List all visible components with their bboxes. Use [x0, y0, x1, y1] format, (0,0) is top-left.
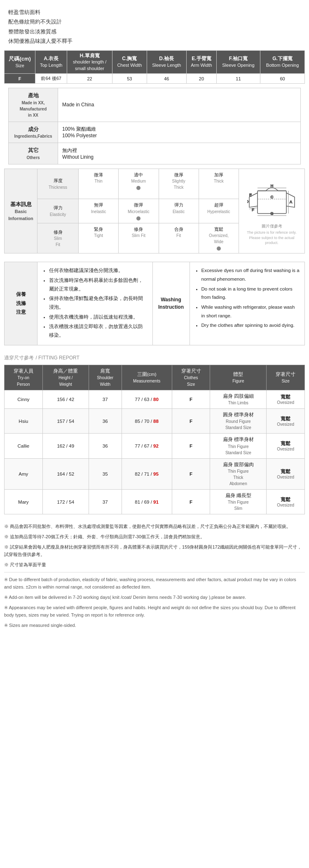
row-size: 寬鬆 Ovesized	[267, 434, 305, 458]
row-measurements: 77 / 67 / 92	[122, 434, 172, 458]
notes-section: ※ 商品會因不同批製作、布料彈性、水洗處理或測量監等因素，使顏色尺寸與實際商品略…	[0, 518, 309, 636]
row-measurements: 77 / 63 / 80	[122, 390, 172, 408]
row-shoulder: 37	[89, 489, 122, 514]
col-measurements: 三圍(cm)Measurements	[122, 365, 172, 390]
row-clothes-size: F	[172, 390, 210, 408]
row-shoulder: 36	[89, 409, 122, 434]
fitting-section: 適穿尺寸參考 / FITTING REPORT 穿著人員Try-onPerson…	[0, 350, 309, 519]
basic-info-section: 基本訊息 BasicInformation 厚度 Thickness 微薄Thi…	[0, 164, 309, 258]
note-en4: ※ Sizes are measured single-sided.	[4, 622, 305, 629]
others-value: 無內裡 Without Lining	[58, 143, 301, 164]
col-size: 穿著尺寸Size	[267, 365, 305, 390]
image-caption: 圖片僅參考	[262, 223, 282, 229]
elasticity-hyperelastic: 超彈Hyperelastic	[199, 199, 239, 223]
size-table-section: 尺碼(cm) Size A.衣長 Top Length H.單肩寬 should…	[0, 50, 309, 84]
thickness-options: 微薄Thin 適中Medium 微厚SlightlyThick 加厚Thick	[79, 169, 239, 199]
fit-slim-fit: 修身Slim Fit	[119, 223, 159, 253]
origin-label: 產地 Made in XX,Manufacturedin XX	[9, 88, 58, 122]
col-hw: 身高／體重Height /Weight	[42, 365, 89, 390]
fit-oversized: 寬鬆Oversized,Wide	[199, 223, 239, 253]
col-person: 穿著人員Try-onPerson	[5, 365, 43, 390]
note-en3: ※ Appearances may be varied with differe…	[4, 604, 305, 619]
col-clothes-size: 穿著尺寸ClothesSize	[172, 365, 210, 390]
size-A: 前64 後67	[35, 74, 67, 84]
others-label: 其它 Others	[9, 143, 58, 164]
row-size: 寬鬆 Ovesized	[267, 489, 305, 514]
col-figure: 體型Figure	[210, 365, 267, 390]
row-hw: 157 / 54	[42, 409, 89, 434]
elasticity-inelastic: 無彈Inelastic	[79, 199, 119, 223]
fitting-title: 適穿尺寸參考 / FITTING REPORT	[4, 354, 305, 361]
thickness-thin: 微薄Thin	[79, 169, 119, 199]
fit-tight: 緊身Tight	[79, 223, 119, 253]
col-shoulder: 肩寬ShoulderWidth	[89, 365, 122, 390]
size-D: 46	[147, 74, 186, 84]
row-clothes-size: F	[172, 458, 210, 489]
row-shoulder: 36	[89, 434, 122, 458]
elasticity-label: 彈力 Elasticity	[37, 199, 79, 223]
elasticity-options: 無彈Inelastic 微彈Microelastic 彈力Elastic 超彈H…	[79, 199, 239, 223]
row-person: Callie	[5, 434, 43, 458]
product-info-section: 產地 Made in XX,Manufacturedin XX Made in …	[0, 88, 309, 164]
row-hw: 162 / 49	[42, 434, 89, 458]
fitting-table: 穿著人員Try-onPerson 身高／體重Height /Weight 肩寬S…	[4, 365, 305, 515]
fit-label: 修身 SlimFit	[37, 223, 79, 253]
row-person: Cinny	[5, 390, 43, 408]
thickness-row: 厚度 Thickness 微薄Thin 適中Medium 微厚SlightlyT…	[37, 169, 239, 199]
garment-svg: H A C G D E F	[247, 176, 297, 222]
row-clothes-size: F	[172, 409, 210, 434]
washing-main-label: 保養 洗滌 注意	[5, 262, 37, 345]
washing-right-instructions: Excessive dyes run off during first wash…	[190, 262, 305, 345]
row-hw: 164 / 52	[42, 458, 89, 489]
svg-text:C: C	[270, 195, 273, 199]
basic-info-content: 厚度 Thickness 微薄Thin 適中Medium 微厚SlightlyT…	[37, 169, 239, 253]
washing-section: 保養 洗滌 注意 任何衣物都建議深淺色分開洗滌。 首次洗滌時深色布料易暴於出多餘…	[0, 258, 309, 350]
wash-instr-en-1: Excessive dyes run off during first wash…	[201, 266, 300, 283]
image-note: The picture is for refence only. Please …	[243, 230, 300, 246]
garment-image: H A C G D E F	[239, 169, 304, 253]
fitting-row: Cinny 156 / 42 37 77 / 63 / 80 F 扁身 四肢偏細…	[5, 390, 305, 408]
fit-options: 緊身Tight 修身Slim Fit 合身Fit 寬鬆Oversized,Wid…	[79, 223, 239, 253]
basic-info-label: 基本訊息 BasicInformation	[5, 169, 37, 253]
row-hw: 172 / 54	[42, 489, 89, 514]
size-G: 60	[260, 74, 305, 84]
note-zh4: ※ 尺寸皆為單面平量	[4, 561, 305, 569]
product-info-table: 產地 Made in XX,Manufacturedin XX Made in …	[8, 88, 301, 164]
size-E: 20	[187, 74, 217, 84]
washing-instruction-label: Washing Instruction	[153, 262, 190, 345]
row-measurements: 81 / 69 / 91	[122, 489, 172, 514]
note-en1: ※ Due to different batch of production, …	[4, 576, 305, 591]
desc-line2: 配色條紋簡約不失設計	[8, 17, 301, 26]
elasticity-elastic: 彈力Elastic	[159, 199, 199, 223]
row-shoulder: 37	[89, 390, 122, 408]
washing-left-instructions: 任何衣物都建議深淺色分開洗滌。 首次洗滌時深色布料易暴於出多餘固色劑，屬於正常現…	[37, 262, 153, 345]
fitting-row: Mary 172 / 54 37 81 / 69 / 91 F 扁身 纖長型Th…	[5, 489, 305, 514]
washing-main-content: 任何衣物都建議深淺色分開洗滌。 首次洗滌時深色布料易暴於出多餘固色劑，屬於正常現…	[37, 262, 304, 345]
thickness-slightly-thick: 微厚SlightlyThick	[159, 169, 199, 199]
row-figure: 扁身 標準身材Thin FigureStandard Size	[210, 434, 267, 458]
row-figure: 扁身 腹部偏肉Thin FigureThickAbdomen	[210, 458, 267, 489]
fit-fit: 合身Fit	[159, 223, 199, 253]
thickness-medium: 適中Medium	[119, 169, 159, 199]
product-description: 輕盈雪紡面料 配色條紋簡約不失設計 整體散發出淡雅質感 休閒優雅品味讓人愛不釋手	[0, 0, 309, 50]
ingredients-label: 成分 Ingredients,Fabrics	[9, 122, 58, 143]
size-F: 11	[216, 74, 260, 84]
ingredients-value: 100% 聚酯纖維 100% Polyester	[58, 122, 301, 143]
row-person: Amy	[5, 458, 43, 489]
note-zh3: ※ 試穿結果會因每人肥瘦及身材比例穿著習慣而有所不同，身高體重不表示購買的尺寸，…	[4, 543, 305, 558]
basic-info-container: 基本訊息 BasicInformation 厚度 Thickness 微薄Thi…	[4, 169, 305, 254]
size-label: F	[5, 74, 35, 84]
wash-instr-zh-2: 首次洗滌時深色布料易暴於出多餘固色劑，屬於正常現象。	[49, 276, 147, 293]
row-person: Mary	[5, 489, 43, 514]
fit-row: 修身 SlimFit 緊身Tight 修身Slim Fit 合身Fit	[37, 223, 239, 253]
notes-divider	[4, 572, 305, 572]
wash-instr-en-3: While washing with refrigerator, please …	[201, 303, 300, 320]
row-figure: 扁身 四肢偏細Thin Limbs	[210, 390, 267, 408]
wash-instr-zh-3: 保持衣物色澤鮮豔避免色澤移染，勿長時間浸泡。	[49, 294, 147, 311]
origin-value: Made in China	[58, 88, 301, 122]
wash-instr-zh-4: 使用洗衣機洗滌時，請以低速短程洗滌。	[49, 313, 147, 321]
row-size: 寬鬆 Ovesized	[267, 409, 305, 434]
wash-instr-en-2: Do not soak in a long time to prevent co…	[201, 285, 300, 302]
desc-line1: 輕盈雪紡面料	[8, 7, 301, 17]
elasticity-row: 彈力 Elasticity 無彈Inelastic 微彈Microelastic…	[37, 199, 239, 223]
